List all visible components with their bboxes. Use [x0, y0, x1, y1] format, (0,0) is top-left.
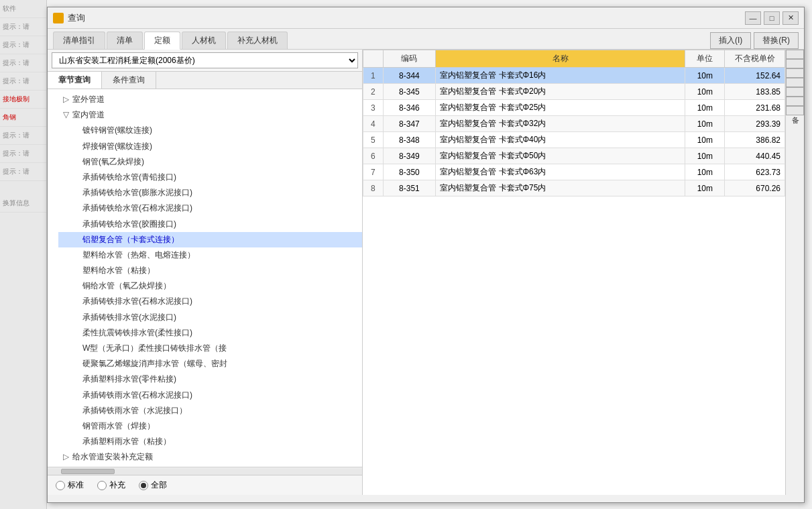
side-btn-remove[interactable]: 除: [786, 50, 804, 59]
row-num: 2: [363, 84, 384, 100]
row-unit: 10m: [685, 180, 725, 196]
table-row[interactable]: 6 8-349 室内铝塑复合管 卡套式Φ50内 10m 440.45: [363, 148, 785, 164]
tree-container[interactable]: ▷ 室外管道 ▽ 室内管道 镀锌钢管(螺纹连接) 焊接钢管(螺纹连接) 钢管(氧…: [48, 89, 362, 467]
tab-qingdan[interactable]: 清单: [107, 32, 143, 49]
radio-circle-standard: [56, 481, 65, 490]
radio-bar: 标准 补充 全部: [48, 475, 362, 495]
dialog-icon: [53, 13, 64, 23]
side-btn-work[interactable]: 工: [786, 87, 804, 97]
radio-circle-supplement: [97, 481, 107, 490]
row-unit: 10m: [685, 100, 725, 116]
tree-item-19[interactable]: 承插铸铁雨水管（水泥接口）: [58, 403, 362, 418]
row-unit: 10m: [685, 68, 725, 84]
row-price: 386.82: [725, 132, 785, 148]
tree-item-7[interactable]: 承插铸铁给水管(胶圈接口): [58, 217, 362, 232]
replace-button[interactable]: 替换(R): [754, 32, 799, 49]
tab-qingdan-zhiyin[interactable]: 清单指引: [53, 32, 105, 49]
row-num: 7: [363, 164, 384, 180]
bg-sidebar-item: 提示：请: [0, 127, 46, 145]
tree-item-21[interactable]: 承插塑料雨水管（粘接）: [58, 434, 362, 449]
tree-item-11[interactable]: 铜给水管（氧乙炔焊接）: [58, 278, 362, 294]
row-unit: 10m: [685, 84, 725, 100]
bg-sidebar-item: 提示：请: [0, 36, 46, 54]
table-row[interactable]: 3 8-346 室内铝塑复合管 卡套式Φ25内 10m 231.68: [363, 100, 785, 116]
radio-supplement[interactable]: 补充: [97, 479, 125, 491]
radio-label-supplement: 补充: [109, 479, 125, 491]
row-code: 8-349: [383, 148, 436, 164]
search-tab-condition[interactable]: 条件查询: [102, 72, 156, 89]
tree-item-5[interactable]: 承插铸铁给水管(膨胀水泥接口): [58, 185, 362, 201]
right-sidebar: 除 补 材料 条件 工 料 备: [785, 50, 804, 495]
tree-item-18[interactable]: 承插铸铁雨水管(石棉水泥接口): [58, 388, 362, 403]
tree-item-1[interactable]: 镀锌钢管(螺纹连接): [58, 123, 362, 138]
row-num: 3: [363, 100, 384, 116]
tree-item-2[interactable]: 焊接钢管(螺纹连接): [58, 139, 362, 154]
tree-item-16[interactable]: 硬聚氯乙烯螺旋消声排水管（螺母、密封: [58, 356, 362, 372]
col-code: 编码: [383, 50, 436, 68]
row-unit: 10m: [685, 132, 725, 148]
search-tabs: 章节查询 条件查询: [48, 72, 362, 89]
query-dialog: 查询 — □ ✕ 清单指引 清单 定额 人材机 补充人材机 插入(I) 替换(R…: [47, 7, 805, 503]
tab-dinge[interactable]: 定额: [144, 32, 180, 50]
col-price: 不含税单价: [725, 50, 785, 68]
horizontal-scrollbar[interactable]: [48, 467, 362, 475]
quota-dropdown[interactable]: 山东省安装工程消耗量定额(2006基价): [52, 52, 358, 68]
tab-actions: 插入(I) 替换(R): [710, 32, 799, 49]
side-btn-supplement[interactable]: 补: [786, 59, 804, 68]
tree-group-indoor: 镀锌钢管(螺纹连接) 焊接钢管(螺纹连接) 钢管(氧乙炔焊接) 承插铸铁给水管(…: [48, 123, 362, 449]
side-btn-equipment[interactable]: 备: [786, 106, 804, 115]
tree-item-9[interactable]: 塑料给水管（热熔、电熔连接）: [58, 247, 362, 263]
side-btn-condition[interactable]: 条件: [786, 78, 804, 87]
tree-item-indoor-pipe[interactable]: ▽ 室内管道: [48, 107, 362, 123]
tree-item-3[interactable]: 钢管(氧乙炔焊接): [58, 154, 362, 170]
row-price: 293.39: [725, 116, 785, 132]
row-num: 5: [363, 132, 384, 148]
table-row[interactable]: 2 8-345 室内铝塑复合管 卡套式Φ20内 10m 183.85: [363, 84, 785, 100]
tree-item-4[interactable]: 承插铸铁给水管(青铅接口): [58, 170, 362, 185]
row-price: 231.68: [725, 100, 785, 116]
bg-sidebar-item: 提示：请: [0, 163, 46, 181]
data-table: 编码 名称 单位 不含税单价 1 8-344 室内铝塑复合管 卡套式Φ16内 1…: [363, 50, 785, 196]
tree-item-20[interactable]: 钢管雨水管（焊接）: [58, 418, 362, 434]
tree-item-8[interactable]: 铝塑复合管（卡套式连接）: [58, 232, 362, 247]
row-code: 8-351: [383, 180, 436, 196]
side-btn-material[interactable]: 材料: [786, 68, 804, 78]
radio-label-standard: 标准: [68, 479, 84, 491]
close-button[interactable]: ✕: [782, 11, 799, 25]
row-price: 670.26: [725, 180, 785, 196]
bg-sidebar-item: 提示：请: [0, 54, 46, 72]
tree-item-10[interactable]: 塑料给水管（粘接）: [58, 263, 362, 278]
search-tab-chapter[interactable]: 章节查询: [48, 72, 102, 89]
insert-button[interactable]: 插入(I): [710, 32, 751, 49]
row-unit: 10m: [685, 148, 725, 164]
row-code: 8-347: [383, 116, 436, 132]
table-row[interactable]: 5 8-348 室内铝塑复合管 卡套式Φ40内 10m 386.82: [363, 132, 785, 148]
tree-item-12[interactable]: 承插铸铁排水管(石棉水泥接口): [58, 294, 362, 309]
table-row[interactable]: 4 8-347 室内铝塑复合管 卡套式Φ32内 10m 293.39: [363, 116, 785, 132]
radio-all[interactable]: 全部: [139, 479, 167, 491]
tab-rencaiji[interactable]: 人材机: [182, 32, 226, 49]
bg-sidebar-item: 软件: [0, 0, 46, 18]
minimize-button[interactable]: —: [745, 11, 761, 25]
tree-item-13[interactable]: 承插铸铁排水管(水泥接口): [58, 310, 362, 325]
tree-item-water-supply[interactable]: ▷ 给水管道安装补充定额: [48, 449, 362, 465]
col-name: 名称: [436, 50, 685, 68]
bg-sidebar-item: 提示：请: [0, 18, 46, 36]
table-row[interactable]: 7 8-350 室内铝塑复合管 卡套式Φ63内 10m 623.73: [363, 164, 785, 180]
row-code: 8-346: [383, 100, 436, 116]
table-row[interactable]: 1 8-344 室内铝塑复合管 卡套式Φ16内 10m 152.64: [363, 68, 785, 84]
tree-item-17[interactable]: 承插塑料排水管(零件粘接): [58, 372, 362, 387]
dialog-titlebar: 查询 — □ ✕: [48, 7, 804, 29]
tree-item-15[interactable]: W型（无承口）柔性接口铸铁排水管（接: [58, 341, 362, 356]
tree-item-6[interactable]: 承插铸铁给水管(石棉水泥接口): [58, 201, 362, 216]
tree-item-14[interactable]: 柔性抗震铸铁排水管(柔性接口): [58, 325, 362, 341]
radio-standard[interactable]: 标准: [56, 479, 84, 491]
row-name: 室内铝塑复合管 卡套式Φ40内: [436, 132, 685, 148]
side-btn-material2[interactable]: 料: [786, 97, 804, 106]
bg-sidebar-item: 提示：请: [0, 72, 46, 91]
tree-item-outdoor-pipe[interactable]: ▷ 室外管道: [48, 92, 362, 107]
tab-buchong-rencaiji[interactable]: 补充人材机: [227, 32, 288, 49]
maximize-button[interactable]: □: [764, 11, 780, 25]
table-row[interactable]: 8 8-351 室内铝塑复合管 卡套式Φ75内 10m 670.26: [363, 180, 785, 196]
row-num: 8: [363, 180, 384, 196]
